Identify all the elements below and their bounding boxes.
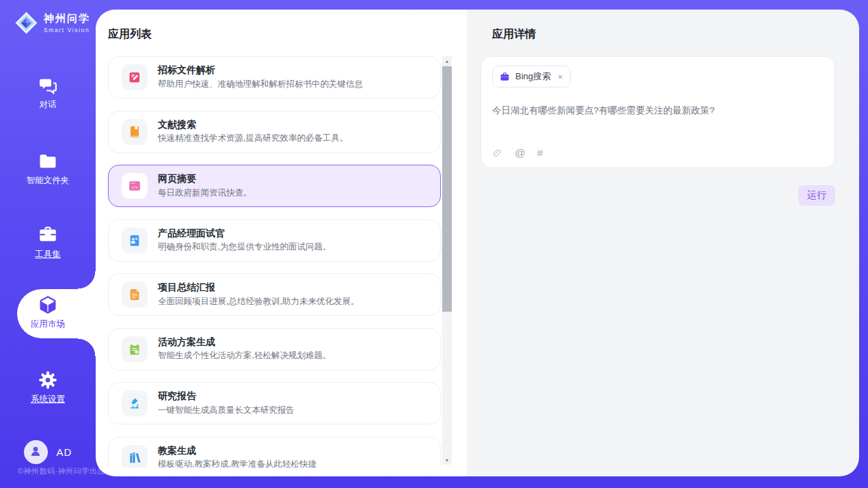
briefcase-icon xyxy=(500,72,510,82)
app-card-text: 产品经理面试官明确身份和职责,为您提供专业性的面试问题。 xyxy=(158,228,331,254)
app-name: 文献搜索 xyxy=(158,119,348,131)
run-button[interactable]: 运行 xyxy=(798,185,835,206)
main-panel: 应用列表 招标文件解析帮助用户快速、准确地理解和解析招标书中的关键信息文献搜索快… xyxy=(96,10,859,476)
copyright-footer: ©神州数码·神州问学出品 xyxy=(18,466,105,476)
app-card[interactable]: 文献搜索快速精准查找学术资源,提高研究效率的必备工具。 xyxy=(108,111,441,153)
app-description: 一键智能生成高质量长文本研究报告 xyxy=(158,405,295,416)
app-card-text: 教案生成模板驱动,教案秒成,教学准备从此轻松快捷 xyxy=(158,445,316,467)
toolbox-icon xyxy=(38,225,58,245)
app-detail-section: 应用详情 Bing搜索 × 今日湖北有哪些新闻要点?有哪些需要关注的最新政策? … xyxy=(467,10,859,476)
app-card-text: 活动方案生成智能生成个性化活动方案,轻松解决规划难题。 xyxy=(158,336,331,362)
app-list-section: 应用列表 招标文件解析帮助用户快速、准确地理解和解析招标书中的关键信息文献搜索快… xyxy=(96,10,467,476)
person-icon xyxy=(29,444,42,461)
app-description: 全面回顾项目进展,总结经验教训,助力未来优化发展。 xyxy=(158,296,359,308)
brand-logo: 神州问学 Smart Vision xyxy=(14,10,90,36)
folder-icon xyxy=(38,151,58,172)
app-card-text: 研究报告一键智能生成高质量长文本研究报告 xyxy=(158,390,295,416)
svg-text:</>: </> xyxy=(131,185,139,189)
app-name: 研究报告 xyxy=(158,390,295,402)
sidebar-item-chat[interactable]: 对话 xyxy=(0,75,96,111)
cube-icon xyxy=(38,295,58,315)
sidebar: 神州问学 Smart Vision 对话智能文件夹工具集应用市场系统设置 AD … xyxy=(0,0,96,488)
brand-text: 神州问学 Smart Vision xyxy=(44,12,90,33)
app-card[interactable]: 教案生成模板驱动,教案秒成,教学准备从此轻松快捷 xyxy=(108,437,441,468)
app-detail-title: 应用详情 xyxy=(492,27,536,42)
active-tab-fillet-top xyxy=(78,271,96,289)
tool-tag-label: Bing搜索 xyxy=(515,70,551,83)
app-card[interactable]: 研究报告一键智能生成高质量长文本研究报告 xyxy=(108,382,441,424)
app-list: 招标文件解析帮助用户快速、准确地理解和解析招标书中的关键信息文献搜索快速精准查找… xyxy=(108,56,441,467)
sidebar-item-toolset[interactable]: 工具集 xyxy=(0,225,96,260)
app-description: 每日政府新闻资讯快查。 xyxy=(158,187,252,199)
app-card-text: 招标文件解析帮助用户快速、准确地理解和解析招标书中的关键信息 xyxy=(158,64,363,90)
app-card-text: 网页摘要每日政府新闻资讯快查。 xyxy=(158,173,252,199)
mention-icon[interactable]: @ xyxy=(515,148,526,159)
sidebar-item-label: 智能文件夹 xyxy=(27,175,70,187)
tool-tag-close-icon[interactable]: × xyxy=(558,72,563,82)
sidebar-item-app-market[interactable]: 应用市场 xyxy=(0,295,96,330)
user-initials: AD xyxy=(57,446,72,458)
active-tab-fillet-bottom xyxy=(78,338,96,356)
app-card-text: 文献搜索快速精准查找学术资源,提高研究效率的必备工具。 xyxy=(158,119,348,145)
user-profile[interactable]: AD xyxy=(0,440,96,464)
scroll-thumb[interactable] xyxy=(442,66,452,312)
scroll-down-icon[interactable]: ▼ xyxy=(442,455,452,465)
report-note-icon xyxy=(122,282,148,308)
app-card-text: 项目总结汇报全面回顾项目进展,总结经验教训,助力未来优化发展。 xyxy=(158,282,359,308)
webpage-icon: </> xyxy=(122,173,148,199)
scroll-up-icon[interactable]: ▲ xyxy=(442,56,452,66)
app-name: 招标文件解析 xyxy=(158,64,363,76)
tool-tag-bing-search[interactable]: Bing搜索 × xyxy=(492,66,571,87)
chat-icon xyxy=(38,75,58,96)
sidebar-item-smart-folders[interactable]: 智能文件夹 xyxy=(0,151,96,187)
book-icon xyxy=(122,119,148,145)
avatar xyxy=(24,440,48,464)
app-description: 明确身份和职责,为您提供专业性的面试问题。 xyxy=(158,241,331,253)
app-card[interactable]: </>网页摘要每日政府新闻资讯快查。 xyxy=(108,165,441,207)
app-list-title: 应用列表 xyxy=(108,27,152,42)
microscope-icon xyxy=(122,390,148,416)
app-description: 模板驱动,教案秒成,教学准备从此轻松快捷 xyxy=(158,459,316,467)
app-name: 网页摘要 xyxy=(158,173,252,185)
sidebar-item-label: 对话 xyxy=(40,99,57,111)
hash-icon[interactable]: # xyxy=(537,148,543,159)
app-card[interactable]: 招标文件解析帮助用户快速、准确地理解和解析招标书中的关键信息 xyxy=(108,56,441,98)
app-name: 产品经理面试官 xyxy=(158,228,331,239)
interviewer-icon xyxy=(122,228,148,254)
composer-icons: @# xyxy=(492,148,543,159)
app-name: 活动方案生成 xyxy=(158,336,331,348)
app-name: 项目总结汇报 xyxy=(158,282,359,293)
books-icon xyxy=(122,445,148,468)
clipboard-icon xyxy=(122,336,148,362)
app-description: 帮助用户快速、准确地理解和解析招标书中的关键信息 xyxy=(158,79,363,90)
prompt-card[interactable]: Bing搜索 × 今日湖北有哪些新闻要点?有哪些需要关注的最新政策? @# xyxy=(480,56,835,168)
app-description: 智能生成个性化活动方案,轻松解决规划难题。 xyxy=(158,350,331,362)
gear-icon xyxy=(38,370,58,390)
paperclip-icon[interactable] xyxy=(492,148,503,159)
tender-doc-icon xyxy=(122,64,148,90)
sidebar-item-label: 应用市场 xyxy=(31,318,65,330)
sidebar-item-label: 系统设置 xyxy=(31,394,65,405)
prompt-text[interactable]: 今日湖北有哪些新闻要点?有哪些需要关注的最新政策? xyxy=(492,105,824,117)
app-description: 快速精准查找学术资源,提高研究效率的必备工具。 xyxy=(158,133,348,144)
brand-tagline: Smart Vision xyxy=(44,27,90,33)
app-card[interactable]: 产品经理面试官明确身份和职责,为您提供专业性的面试问题。 xyxy=(108,219,441,262)
app-card[interactable]: 项目总结汇报全面回顾项目进展,总结经验教训,助力未来优化发展。 xyxy=(108,273,441,316)
app-card[interactable]: 活动方案生成智能生成个性化活动方案,轻松解决规划难题。 xyxy=(108,328,441,370)
brand-name: 神州问学 xyxy=(44,12,90,25)
sidebar-item-system-settings[interactable]: 系统设置 xyxy=(0,370,96,405)
sidebar-item-label: 工具集 xyxy=(35,249,61,260)
scrollbar[interactable]: ▲ ▼ xyxy=(442,56,452,465)
app-name: 教案生成 xyxy=(158,445,316,457)
brand-gem-icon xyxy=(14,10,39,36)
